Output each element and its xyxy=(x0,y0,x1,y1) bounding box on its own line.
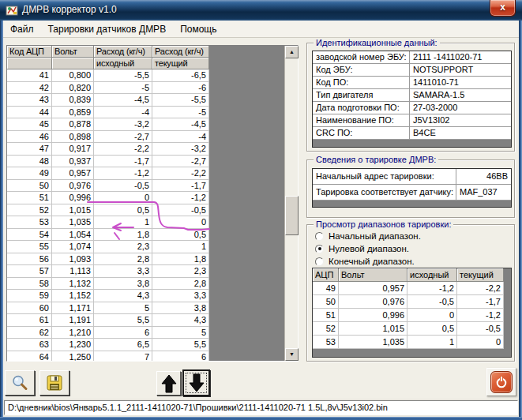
range-grid-row[interactable]: 510,9960-1,2 xyxy=(313,309,504,322)
cell: NOTSUPPORT xyxy=(409,64,511,76)
move-down-button[interactable] xyxy=(182,369,210,396)
range-grid: АЦПВольтисходныйтекущий 490,957-1,2-2,25… xyxy=(312,268,512,358)
cell: 0,957 xyxy=(52,167,94,180)
cell: 52 xyxy=(7,204,52,217)
menu-file[interactable]: Файл xyxy=(3,21,41,37)
cell: MAF_037 xyxy=(456,185,511,200)
grid-row[interactable]: 460,898-2,7-4 xyxy=(7,131,209,144)
move-up-button[interactable] xyxy=(156,371,181,396)
grid-row[interactable]: 631,2306,55,5 xyxy=(7,339,209,351)
grid-row[interactable]: 480,937-1,7-2,7 xyxy=(7,156,209,168)
preview-button[interactable] xyxy=(5,370,35,396)
grid-row[interactable]: 591,1524,33,3 xyxy=(7,290,209,302)
cell: 46 xyxy=(7,131,52,144)
cell: текущий xyxy=(457,268,504,282)
scrollbar-thumb[interactable] xyxy=(285,196,299,235)
cell: 0,957 xyxy=(339,282,407,295)
arrow-up-icon xyxy=(161,374,177,393)
grid-row[interactable]: 551,0742,31 xyxy=(7,241,209,253)
arrow-down-icon xyxy=(189,373,205,392)
grid-row[interactable]: 490,957-1,2-2,2 xyxy=(7,167,209,180)
identification-row: Код ЭБУ:NOTSUPPORT xyxy=(313,64,511,77)
scroll-up-icon[interactable]: ▲ xyxy=(285,46,299,58)
cell: Код АЦП xyxy=(7,46,52,58)
grid-row[interactable]: 541,0541,80,5 xyxy=(7,229,209,242)
cell: текущий xyxy=(152,58,209,69)
cell: 0,996 xyxy=(52,192,94,204)
cell: -5,5 xyxy=(94,69,152,82)
grid-row[interactable]: 440,859-4-5 xyxy=(7,107,209,119)
radio-icon[interactable] xyxy=(315,257,324,266)
cell: 1 xyxy=(407,336,457,349)
radio-option[interactable]: Конечный диапазон. xyxy=(315,255,421,268)
grid-row[interactable]: 621,21065 xyxy=(7,327,209,339)
vertical-scrollbar[interactable]: ▲ ▼ xyxy=(284,46,298,361)
cell: -4 xyxy=(152,131,209,144)
cell: 52 xyxy=(313,322,339,336)
cell: 0 xyxy=(457,336,504,349)
cell: -5 xyxy=(94,82,152,95)
calibration-info-row: Тарировка соответствует датчику:MAF_037 xyxy=(313,185,511,201)
grid-row[interactable]: 420,820-5-6 xyxy=(7,82,209,95)
cell: Вольт xyxy=(339,268,407,282)
radio-label: Нулевой диапазон. xyxy=(329,244,409,253)
cell: 4,3 xyxy=(152,314,209,327)
grid-row[interactable]: 450,878-3,2-4,5 xyxy=(7,118,209,131)
range-grid-row[interactable]: 500,976-0,5-1,7 xyxy=(313,295,504,309)
radio-option[interactable]: Начальный диапазон. xyxy=(315,230,421,242)
grid-row[interactable]: 571,1133,32,3 xyxy=(7,265,209,278)
cell: 0,820 xyxy=(52,82,94,95)
cell: 51 xyxy=(313,309,339,322)
range-grid-row[interactable]: 521,0150,5-0,5 xyxy=(313,322,504,336)
cell: 7 xyxy=(94,351,152,362)
grid-row[interactable]: 611,1915,54,3 xyxy=(7,314,209,327)
cell: Тарировка соответствует датчику: xyxy=(313,185,456,200)
cell: 1,015 xyxy=(339,322,407,336)
scroll-down-icon[interactable]: ▼ xyxy=(285,348,299,361)
cell: 1 xyxy=(152,241,209,253)
radio-selected-icon[interactable] xyxy=(315,245,324,253)
close-button[interactable]: x xyxy=(490,0,516,17)
cell: 0,917 xyxy=(52,143,94,156)
grid-row[interactable]: 521,0150,5-0,5 xyxy=(7,204,209,217)
app-icon xyxy=(6,4,18,17)
grid-row[interactable]: 470,917-2,2-3,2 xyxy=(7,143,209,156)
window-border-left xyxy=(0,21,3,417)
range-grid-header: АЦПВольтисходныйтекущий xyxy=(313,268,511,282)
radio-option[interactable]: Нулевой диапазон. xyxy=(315,242,421,255)
ranges-groupbox: Просмотр диапазонов тарировки: Начальный… xyxy=(306,224,515,362)
cell: 0,996 xyxy=(339,309,407,322)
cell: -4,5 xyxy=(94,94,152,107)
cell: 2,8 xyxy=(152,278,209,291)
grid-row[interactable]: 581,1323,82,8 xyxy=(7,278,209,291)
grid-row[interactable]: 500,976-0,5-1,7 xyxy=(7,180,209,193)
grid-row[interactable]: 641,25076 xyxy=(7,351,209,362)
grid-row[interactable]: 510,9960-1,2 xyxy=(7,192,209,204)
cell: 0,5 xyxy=(152,229,209,242)
menu-help[interactable]: Помощь xyxy=(173,21,223,37)
cell: -4 xyxy=(94,107,152,119)
cell: -1,7 xyxy=(94,156,152,168)
grid-row[interactable]: 601,17153,8 xyxy=(7,302,209,315)
identification-groupbox: Идентификационные данный: заводской номе… xyxy=(306,43,515,152)
floppy-save-icon xyxy=(46,374,64,392)
save-button[interactable] xyxy=(39,370,69,396)
grid-row[interactable]: 531,03510 xyxy=(7,216,209,229)
cell: 0,5 xyxy=(94,204,152,217)
radio-icon[interactable] xyxy=(315,232,324,241)
grid-row[interactable]: 410,800-5,5-6,5 xyxy=(7,69,209,82)
magnifier-icon xyxy=(11,374,28,392)
cell: 0,937 xyxy=(52,156,94,168)
range-grid-row[interactable]: 531,03510 xyxy=(313,336,504,349)
identification-row: Дата подготовки ПО:27-03-2000 xyxy=(313,102,511,114)
cell: 54 xyxy=(7,229,52,242)
grid-row[interactable]: 561,0932,81,8 xyxy=(7,253,209,266)
grid-row[interactable]: 430,839-4,5-5,5 xyxy=(7,94,209,107)
cell: заводской номер ЭБУ: xyxy=(313,51,409,63)
menu-calibrations[interactable]: Тарировки датчиков ДМРВ xyxy=(41,21,174,37)
exit-button[interactable] xyxy=(490,371,513,393)
grid-header-row: исходныйтекущий xyxy=(7,58,209,69)
cell: 1,054 xyxy=(52,229,94,242)
range-grid-row[interactable]: 490,957-1,2-2,2 xyxy=(313,282,504,295)
cell: 48 xyxy=(7,156,52,168)
